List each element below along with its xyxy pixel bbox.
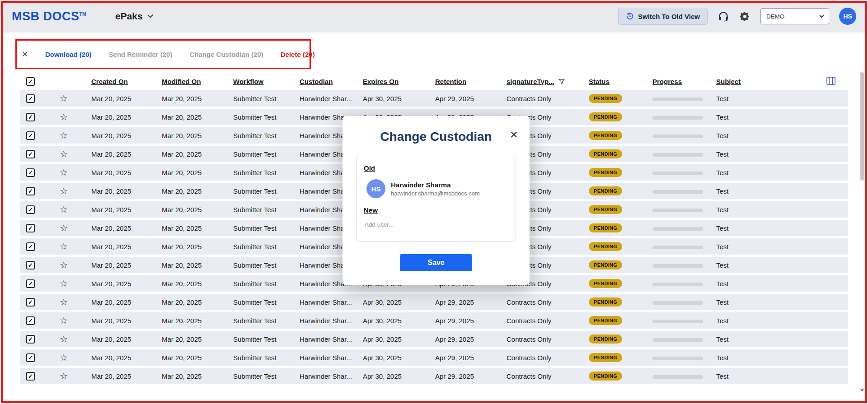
environment-select[interactable]: DEMO (760, 8, 829, 24)
status-badge: PENDING (589, 371, 622, 381)
column-header-retention[interactable]: Retention (435, 78, 507, 85)
save-button[interactable]: Save (400, 254, 472, 271)
column-header-progress[interactable]: Progress (652, 78, 716, 85)
change-custodian-button[interactable]: Change Custodian (20) (189, 51, 263, 58)
column-header-custodian[interactable]: Custodian (300, 78, 363, 85)
add-user-input[interactable] (364, 219, 432, 230)
cell-retention: Apr 29, 2025 (435, 95, 507, 102)
star-icon[interactable]: ☆ (60, 371, 68, 381)
table-row[interactable]: ✓ ☆ Mar 20, 2025 Mar 20, 2025 Submitter … (20, 331, 848, 347)
star-icon[interactable]: ☆ (60, 334, 68, 344)
column-header-modified-on[interactable]: Modified On (162, 78, 233, 85)
close-selection-icon[interactable]: × (22, 49, 28, 60)
star-icon[interactable]: ☆ (60, 167, 68, 177)
column-header-expires-on[interactable]: Expires On (363, 78, 435, 85)
check-icon: ✓ (28, 262, 33, 269)
cell-workflow: Submitter Test (233, 335, 300, 343)
star-icon[interactable]: ☆ (60, 130, 68, 140)
star-icon[interactable]: ☆ (60, 149, 68, 159)
cell-subject: Test (716, 354, 826, 362)
close-icon[interactable]: × (510, 128, 518, 141)
table-row[interactable]: ✓ ☆ Mar 20, 2025 Mar 20, 2025 Submitter … (20, 90, 848, 107)
row-checkbox[interactable]: ✓ (26, 131, 35, 140)
row-checkbox[interactable]: ✓ (26, 150, 35, 158)
star-icon[interactable]: ☆ (60, 353, 68, 362)
cell-modified-on: Mar 20, 2025 (162, 187, 233, 195)
column-header-created-on[interactable]: Created On (91, 78, 162, 85)
environment-value: DEMO (766, 13, 785, 20)
cell-expires-on: Apr 30, 2025 (363, 354, 435, 362)
column-header-subject[interactable]: Subject (716, 78, 826, 85)
select-all-checkbox[interactable]: ✓ (26, 77, 35, 86)
star-icon[interactable]: ☆ (60, 297, 68, 307)
star-icon[interactable]: ☆ (60, 204, 68, 214)
star-icon[interactable]: ☆ (60, 93, 68, 103)
table-row[interactable]: ✓ ☆ Mar 20, 2025 Mar 20, 2025 Submitter … (20, 294, 848, 310)
star-icon[interactable]: ☆ (60, 112, 68, 122)
scrollbar-thumb[interactable] (860, 72, 864, 181)
cell-created-on: Mar 20, 2025 (91, 224, 162, 232)
row-checkbox[interactable]: ✓ (26, 113, 35, 121)
row-checkbox[interactable]: ✓ (26, 94, 35, 103)
table-row[interactable]: ✓ ☆ Mar 20, 2025 Mar 20, 2025 Submitter … (20, 312, 848, 329)
row-checkbox[interactable]: ✓ (26, 187, 35, 195)
cell-workflow: Submitter Test (233, 243, 300, 251)
columns-settings-icon[interactable] (826, 77, 835, 85)
status-badge: PENDING (589, 242, 622, 251)
signature-type-label: signatureTyp... (507, 78, 554, 85)
status-badge: PENDING (589, 168, 622, 177)
epaks-menu[interactable]: ePaks (115, 11, 152, 22)
cell-modified-on: Mar 20, 2025 (162, 95, 233, 102)
cell-custodian: Harwinder Shar... (300, 335, 363, 343)
settings-gear-icon[interactable] (739, 11, 751, 22)
headset-icon[interactable] (718, 10, 729, 22)
column-header-workflow[interactable]: Workflow (233, 78, 300, 85)
progress-bar (652, 116, 703, 120)
check-icon: ✓ (28, 78, 33, 85)
star-icon[interactable]: ☆ (60, 186, 68, 196)
row-checkbox[interactable]: ✓ (26, 205, 35, 214)
column-header-signature-type[interactable]: signatureTyp... (507, 78, 589, 85)
row-checkbox[interactable]: ✓ (26, 298, 35, 306)
cell-workflow: Submitter Test (233, 224, 300, 232)
row-checkbox[interactable]: ✓ (26, 279, 35, 288)
cell-subject: Test (716, 95, 826, 102)
scrollbar-down-arrow-icon[interactable] (860, 389, 864, 392)
row-checkbox[interactable]: ✓ (26, 335, 35, 344)
column-header-status[interactable]: Status (589, 78, 652, 85)
cell-signature-type: Contracts Only (507, 95, 589, 102)
row-checkbox[interactable]: ✓ (26, 168, 35, 177)
download-button[interactable]: Download (20) (45, 51, 92, 58)
switch-to-old-view-button[interactable]: Switch To Old View (618, 8, 708, 25)
send-reminder-button[interactable]: Send Reminder (20) (109, 51, 173, 58)
row-checkbox[interactable]: ✓ (26, 242, 35, 251)
table-row[interactable]: ✓ ☆ Mar 20, 2025 Mar 20, 2025 Submitter … (20, 349, 848, 366)
table-row[interactable]: ✓ ☆ Mar 20, 2025 Mar 20, 2025 Submitter … (20, 368, 848, 384)
star-icon[interactable]: ☆ (60, 279, 68, 288)
progress-bar (652, 190, 703, 194)
cell-retention: Apr 29, 2025 (435, 372, 507, 380)
cell-expires-on: Apr 30, 2025 (363, 335, 435, 343)
row-checkbox[interactable]: ✓ (26, 224, 35, 232)
row-checkbox[interactable]: ✓ (26, 372, 35, 381)
star-icon[interactable]: ☆ (60, 260, 68, 270)
delete-button[interactable]: Delete (20) (281, 51, 315, 58)
cell-created-on: Mar 20, 2025 (91, 335, 162, 343)
cell-expires-on: Apr 30, 2025 (363, 95, 435, 102)
row-checkbox[interactable]: ✓ (26, 353, 35, 362)
cell-subject: Test (716, 132, 826, 139)
cell-modified-on: Mar 20, 2025 (162, 113, 233, 121)
star-icon[interactable]: ☆ (60, 316, 68, 325)
vertical-scrollbar[interactable] (859, 69, 865, 393)
row-checkbox[interactable]: ✓ (26, 261, 35, 269)
star-icon[interactable]: ☆ (60, 223, 68, 233)
cell-subject: Test (716, 169, 826, 176)
star-icon[interactable]: ☆ (60, 241, 68, 251)
filter-icon[interactable] (558, 78, 565, 85)
cell-created-on: Mar 20, 2025 (91, 187, 162, 195)
row-checkbox[interactable]: ✓ (26, 316, 35, 325)
check-icon: ✓ (28, 243, 33, 250)
user-avatar[interactable]: HS (839, 8, 856, 25)
status-badge: PENDING (589, 297, 622, 306)
check-icon: ✓ (28, 114, 33, 121)
